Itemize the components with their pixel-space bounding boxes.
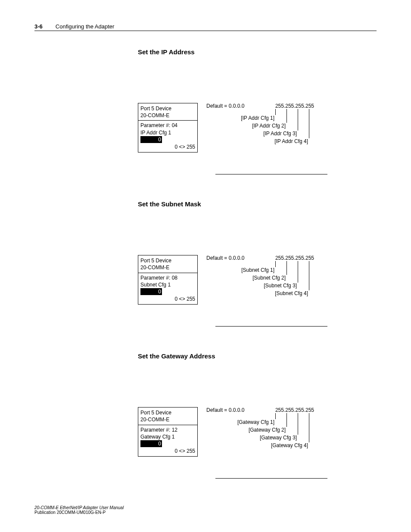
cfg-label: [IP Addr Cfg 1] [241, 115, 274, 121]
cfg-label: [Gateway Cfg 3] [260, 435, 297, 441]
lcd-name: IP Addr Cfg 1 [140, 129, 195, 136]
page-footer: 20-COMM-E EtherNet/IP Adapter User Manua… [34, 505, 124, 515]
lcd-value: 0 [140, 136, 162, 143]
cfg-label: [Gateway Cfg 1] [237, 419, 274, 425]
ip-example: 255.255.255.255 [275, 255, 314, 261]
tick-line [275, 109, 276, 115]
cfg-label: [Subnet Cfg 4] [275, 290, 308, 296]
page-header: 3-6 Configuring the Adapter [34, 23, 377, 31]
tick-line [275, 261, 276, 267]
diagram-subnet-mask: Default = 0.0.0.0 255.255.255.255 [Subne… [206, 255, 314, 305]
tick-line [298, 413, 298, 435]
tick-line [298, 261, 298, 283]
diagram-gateway-address: Default = 0.0.0.0 255.255.255.255 [Gatew… [206, 407, 314, 457]
lcd-value: 0 [140, 440, 162, 447]
lcd-param: Parameter #: 12 [140, 426, 195, 433]
cfg-label: [Subnet Cfg 3] [264, 283, 297, 289]
cfg-label: [Gateway Cfg 4] [271, 442, 308, 448]
lcd-port: Port 5 Device [140, 409, 195, 416]
lcd-value: 0 [140, 288, 162, 295]
tick-line [309, 413, 309, 442]
cfg-label: [IP Addr Cfg 2] [252, 123, 286, 129]
lcd-name: Gateway Cfg 1 [140, 433, 195, 440]
tick-line [309, 109, 309, 138]
ip-example: 255.255.255.255 [275, 103, 314, 109]
heading-gateway-address: Set the Gateway Address [138, 352, 377, 360]
tick-line [286, 109, 287, 123]
cfg-label: [Subnet Cfg 2] [252, 275, 286, 281]
divider [215, 478, 327, 479]
lcd-ip-address: Port 5 Device 20-COMM-E Parameter #: 04 … [138, 103, 198, 152]
lcd-range: 0 <> 255 [140, 296, 195, 302]
lcd-device: 20-COMM-E [140, 264, 195, 271]
default-label: Default = 0.0.0.0 [206, 407, 244, 413]
lcd-port: Port 5 Device [140, 105, 195, 112]
lcd-gateway-address: Port 5 Device 20-COMM-E Parameter #: 12 … [138, 407, 198, 457]
cfg-label: [Subnet Cfg 1] [241, 267, 274, 273]
default-label: Default = 0.0.0.0 [206, 103, 244, 109]
lcd-subnet-mask: Port 5 Device 20-COMM-E Parameter #: 08 … [138, 255, 198, 305]
ip-example: 255.255.255.255 [275, 407, 314, 413]
cfg-label: [Gateway Cfg 2] [249, 427, 286, 433]
cfg-label: [IP Addr Cfg 4] [274, 138, 308, 144]
tick-line [286, 261, 287, 275]
heading-subnet-mask: Set the Subnet Mask [138, 200, 377, 208]
chapter-title: Configuring the Adapter [56, 23, 115, 30]
divider [215, 174, 327, 174]
lcd-port: Port 5 Device [140, 257, 195, 264]
lcd-range: 0 <> 255 [140, 448, 195, 454]
lcd-name: Subnet Cfg 1 [140, 281, 195, 288]
manual-title: 20-COMM-E EtherNet/IP Adapter User Manua… [34, 505, 124, 510]
tick-line [309, 261, 309, 290]
publication-id: Publication 20COMM-UM010G-EN-P [34, 510, 124, 515]
tick-line [275, 413, 276, 419]
lcd-device: 20-COMM-E [140, 416, 195, 423]
tick-line [286, 413, 287, 427]
divider [215, 326, 327, 327]
heading-ip-address: Set the IP Address [138, 48, 377, 56]
lcd-range: 0 <> 255 [140, 143, 195, 150]
diagram-ip-address: Default = 0.0.0.0 255.255.255.255 [IP Ad… [206, 103, 314, 152]
tick-line [298, 109, 298, 131]
lcd-param: Parameter #: 04 [140, 122, 195, 129]
default-label: Default = 0.0.0.0 [206, 255, 244, 261]
lcd-param: Parameter #: 08 [140, 274, 195, 281]
lcd-device: 20-COMM-E [140, 112, 195, 119]
cfg-label: [IP Addr Cfg 3] [263, 131, 297, 137]
page-number: 3-6 [34, 23, 43, 30]
